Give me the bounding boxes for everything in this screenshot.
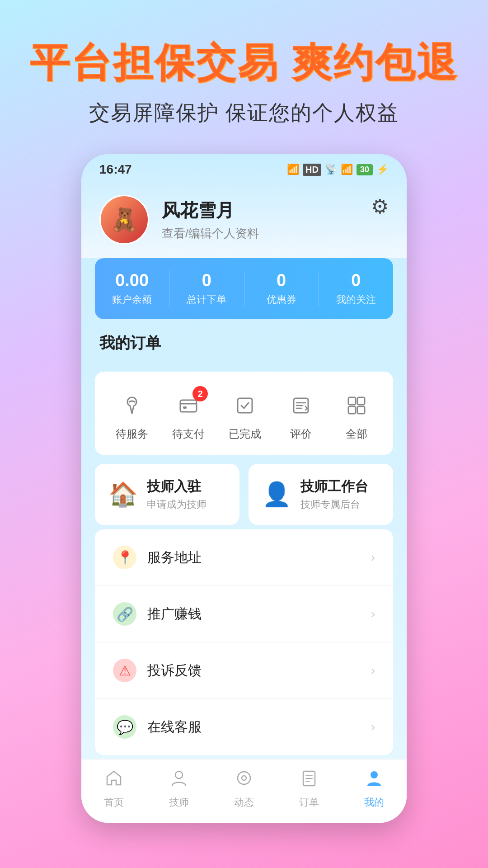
menu-customer-service[interactable]: 💬 在线客服 › (95, 699, 393, 755)
tech-workbench-card[interactable]: 👤 技师工作台 技师专属后台 (249, 464, 393, 525)
tech-join-card[interactable]: 🏠 技师入驻 申请成为技师 (95, 464, 239, 525)
nav-orders[interactable]: 订单 (277, 769, 342, 809)
nav-orders-label: 订单 (299, 796, 319, 809)
nav-mine[interactable]: 我的 (342, 769, 407, 809)
nav-home[interactable]: 首页 (81, 769, 146, 809)
stat-coupons-value: 0 (244, 271, 319, 290)
all-label: 全部 (346, 427, 367, 441)
nav-activity[interactable]: 动态 (211, 769, 277, 809)
menu-section: 📍 服务地址 › 🔗 推广赚钱 › ⚠ 投诉反馈 (95, 529, 393, 755)
completed-icon (229, 390, 261, 421)
svg-point-10 (242, 776, 246, 780)
stat-coupons[interactable]: 0 优惠券 (244, 271, 319, 307)
svg-rect-4 (348, 397, 356, 405)
stat-orders-label: 总计下单 (169, 293, 244, 307)
signal-bars: 📶 (341, 164, 353, 175)
orders-section-title: 我的订单 (81, 319, 407, 363)
tech-join-subtitle: 申请成为技师 (147, 498, 206, 511)
stats-bar: 0.00 账户余额 0 总计下单 0 优惠券 0 我的关注 (95, 258, 393, 319)
hd-icon: HD (303, 164, 321, 176)
pending-payment-badge: 2 (192, 386, 208, 401)
order-item-pending-service[interactable]: 待服务 (116, 390, 148, 441)
complaint-icon-wrap: ⚠ (113, 659, 136, 682)
svg-rect-2 (238, 398, 252, 413)
nav-mine-icon (365, 769, 384, 792)
profile-section: 🧸 风花雪月 查看/编辑个人资料 ⚙ (81, 181, 407, 258)
menu-promote[interactable]: 🔗 推广赚钱 › (95, 586, 393, 642)
order-item-pending-payment[interactable]: 2 待支付 (172, 390, 205, 441)
order-item-completed[interactable]: 已完成 (229, 390, 261, 441)
tech-workbench-subtitle: 技师专属后台 (300, 498, 368, 511)
menu-complaint[interactable]: ⚠ 投诉反馈 › (95, 642, 393, 699)
svg-point-9 (238, 772, 250, 784)
lightning-icon: ⚡ (376, 164, 389, 175)
complaint-label: 投诉反馈 (147, 661, 371, 680)
tech-join-icon: 🏠 (108, 481, 138, 508)
nav-technician[interactable]: 技师 (146, 769, 211, 809)
nav-activity-label: 动态 (234, 796, 254, 809)
stat-favorites[interactable]: 0 我的关注 (319, 271, 393, 307)
svg-rect-7 (357, 406, 365, 414)
stat-favorites-value: 0 (319, 271, 393, 290)
avatar: 🧸 (99, 195, 149, 245)
customer-service-arrow: › (371, 720, 375, 734)
service-address-icon: 📍 (117, 550, 133, 566)
svg-rect-0 (180, 400, 197, 412)
nav-technician-label: 技师 (169, 796, 189, 809)
promote-label: 推广赚钱 (147, 605, 371, 623)
profile-name: 风花雪月 (162, 198, 389, 223)
signal-icon: 📡 (325, 164, 337, 175)
phone-mockup: 16:47 📶 HD 📡 📶 30 ⚡ 🧸 风花雪月 查看/编辑个人资料 (81, 154, 407, 823)
svg-point-8 (175, 771, 183, 778)
menu-service-address[interactable]: 📍 服务地址 › (95, 529, 393, 586)
stat-balance-value: 0.00 (95, 271, 169, 290)
profile-info: 风花雪月 查看/编辑个人资料 (162, 198, 389, 241)
nav-activity-icon (235, 769, 253, 792)
tech-join-title: 技师入驻 (147, 477, 206, 496)
svg-rect-6 (348, 406, 356, 414)
nav-home-label: 首页 (104, 796, 124, 809)
promote-arrow: › (371, 607, 375, 621)
promote-icon: 🔗 (117, 606, 133, 622)
bottom-nav: 首页 技师 (81, 759, 407, 823)
review-label: 评价 (290, 427, 312, 441)
nav-orders-icon (300, 769, 319, 792)
stat-balance-label: 账户余额 (95, 293, 169, 307)
stat-balance[interactable]: 0.00 账户余额 (95, 271, 169, 307)
main-content: 平台担保交易 爽约包退 交易屏障保护 保证您的个人权益 16:47 📶 HD 📡… (0, 0, 488, 823)
status-bar: 16:47 📶 HD 📡 📶 30 ⚡ (81, 154, 407, 181)
profile-subtitle: 查看/编辑个人资料 (162, 226, 389, 241)
order-item-review[interactable]: 评价 (285, 390, 317, 441)
nav-home-icon (104, 769, 123, 792)
wifi-icon: 📶 (287, 164, 299, 175)
hero-subtitle: 交易屏障保护 保证您的个人权益 (89, 99, 399, 127)
svg-point-12 (371, 771, 378, 778)
pending-service-label: 待服务 (116, 427, 148, 441)
service-address-arrow: › (371, 550, 375, 565)
completed-label: 已完成 (229, 427, 261, 441)
orders-grid: 待服务 2 待支付 (95, 385, 393, 446)
order-item-all[interactable]: 全部 (341, 390, 372, 441)
customer-service-icon: 💬 (117, 719, 133, 735)
settings-icon[interactable]: ⚙ (371, 195, 389, 218)
tech-join-info: 技师入驻 申请成为技师 (147, 477, 206, 511)
tech-workbench-title: 技师工作台 (300, 477, 368, 496)
nav-mine-label: 我的 (364, 796, 384, 809)
nav-technician-icon (169, 769, 188, 792)
battery-icon: 30 (357, 164, 373, 175)
customer-service-icon-wrap: 💬 (113, 715, 136, 739)
phone-inner: 16:47 📶 HD 📡 📶 30 ⚡ 🧸 风花雪月 查看/编辑个人资料 (81, 154, 407, 823)
stat-favorites-label: 我的关注 (319, 293, 393, 307)
stat-orders[interactable]: 0 总计下单 (169, 271, 244, 307)
status-icons: 📶 HD 📡 📶 30 ⚡ (287, 164, 389, 176)
tech-workbench-icon: 👤 (262, 481, 291, 508)
svg-rect-1 (183, 406, 187, 409)
stat-coupons-label: 优惠券 (244, 293, 319, 307)
status-time: 16:47 (99, 162, 132, 177)
hero-title: 平台担保交易 爽约包退 (30, 36, 458, 90)
complaint-icon: ⚠ (119, 663, 131, 679)
promote-icon-wrap: 🔗 (113, 602, 136, 626)
customer-service-label: 在线客服 (147, 718, 371, 736)
orders-section: 待服务 2 待支付 (95, 372, 393, 455)
tech-section: 🏠 技师入驻 申请成为技师 👤 技师工作台 技师专属后台 (95, 464, 393, 525)
